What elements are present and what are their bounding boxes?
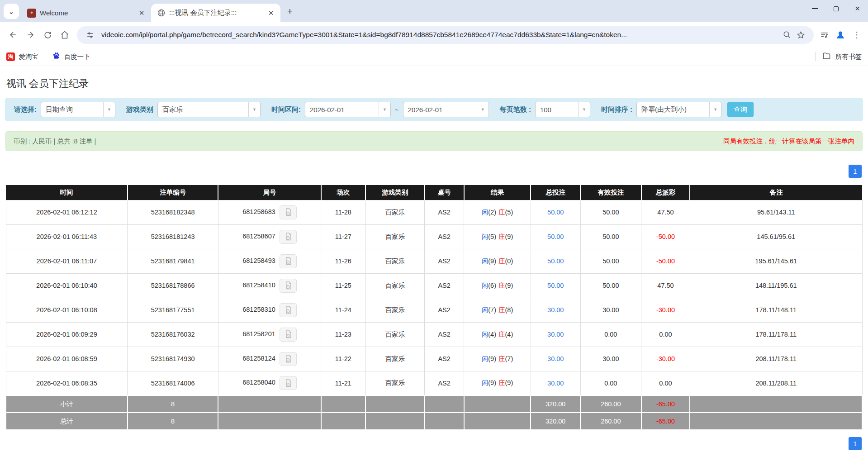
cell-result: 闲(2)庄(5): [464, 200, 531, 224]
cell-total-bet-link[interactable]: 30.00: [531, 322, 580, 347]
cell-total-bet-link[interactable]: 50.00: [531, 273, 580, 298]
home-button[interactable]: [56, 26, 73, 43]
cell-total-bet-link[interactable]: 50.00: [531, 224, 580, 249]
dropdown-arrow-icon: ▼: [477, 102, 489, 117]
banker-score: (0): [505, 257, 513, 265]
video-replay-button[interactable]: [280, 303, 297, 317]
cell-payout: 47.50: [641, 273, 690, 298]
banker-score: (9): [505, 379, 513, 386]
sort-select[interactable]: 降幂(由大到小) ▼: [636, 102, 721, 117]
baidu-paw-icon: [52, 52, 61, 62]
url-text[interactable]: videoie.com/ipl/portal.php/game/betrecor…: [101, 31, 776, 39]
zoom-icon[interactable]: [780, 28, 794, 42]
date-to-picker[interactable]: 2026-02-01 ▼: [403, 102, 489, 117]
new-tab-button[interactable]: +: [283, 5, 297, 18]
table-row: 2026-02-01 06:09:29 523168176032 6812582…: [6, 322, 862, 347]
casino-favicon-icon: ✦: [27, 9, 36, 18]
video-replay-button[interactable]: [280, 254, 297, 268]
cell-remark: 178.11/148.11: [690, 298, 862, 322]
bookmark-taobao[interactable]: 淘 爱淘宝: [6, 52, 38, 61]
cell-game-type: 百家乐: [365, 371, 425, 395]
cell-time: 2026-02-01 06:08:35: [6, 371, 128, 395]
menu-kebab-icon[interactable]: ⋮: [850, 30, 863, 40]
site-info-icon[interactable]: [83, 28, 97, 42]
reload-button[interactable]: [39, 26, 56, 43]
address-bar[interactable]: videoie.com/ipl/portal.php/game/betrecor…: [77, 26, 814, 44]
banker-result: 庄: [498, 209, 505, 216]
game-type-select[interactable]: 百家乐 ▼: [157, 102, 261, 117]
subtotal-label: 小计: [6, 395, 128, 413]
page-1-button[interactable]: 1: [849, 165, 862, 178]
banker-result: 庄: [498, 282, 505, 289]
date-from-value: 2026-02-01: [305, 106, 379, 114]
cell-total-bet-link[interactable]: 30.00: [531, 347, 580, 371]
toolbar-right: ⋮: [817, 28, 863, 42]
table-row: 2026-02-01 06:08:59 523168174930 6812581…: [6, 347, 862, 371]
video-replay-button[interactable]: [280, 205, 297, 219]
maximize-button[interactable]: [825, 0, 847, 17]
round-id-text: 681258410: [242, 281, 275, 289]
tab-betrecord[interactable]: :::视讯 会员下注纪录::: ✕: [151, 4, 280, 22]
video-replay-button[interactable]: [280, 376, 297, 390]
tab-search-button[interactable]: ⌄: [4, 4, 19, 19]
cell-game-type: 百家乐: [365, 273, 425, 298]
player-result: 闲: [482, 306, 489, 314]
player-result: 闲: [482, 379, 489, 386]
cell-payout: 0.00: [641, 371, 690, 395]
profile-avatar[interactable]: [834, 28, 847, 42]
cell-round-id: 681258124: [218, 347, 321, 371]
player-score: (9): [488, 355, 496, 362]
video-replay-button[interactable]: [280, 230, 297, 244]
cell-total-bet-link[interactable]: 50.00: [531, 249, 580, 273]
total-total-bet: 320.00: [531, 413, 580, 430]
tab-welcome[interactable]: ✦ Welcome ✕: [22, 4, 151, 22]
video-replay-button[interactable]: [280, 352, 297, 366]
cell-table-no: AS2: [425, 200, 464, 224]
round-id-text: 681258124: [242, 355, 275, 362]
cell-total-bet-link[interactable]: 50.00: [531, 200, 580, 224]
cell-bet-id: 523168176032: [128, 322, 218, 347]
all-bookmarks[interactable]: 所有书签: [816, 52, 862, 62]
page-1-button[interactable]: 1: [849, 437, 862, 450]
cell-remark: 208.11/208.11: [690, 371, 862, 395]
cell-game-type: 百家乐: [365, 224, 425, 249]
subtotal-total-bet: 320.00: [531, 395, 580, 413]
browser-toolbar: videoie.com/ipl/portal.php/game/betrecor…: [0, 22, 868, 48]
page-size-select[interactable]: 100 ▼: [535, 102, 590, 117]
cell-total-bet-link[interactable]: 30.00: [531, 298, 580, 322]
player-result: 闲: [482, 233, 489, 240]
dropdown-arrow-icon: ▼: [103, 102, 115, 117]
banker-score: (4): [505, 331, 513, 338]
media-controls-icon[interactable]: [817, 28, 831, 42]
close-tab-icon[interactable]: ✕: [266, 8, 276, 18]
back-button[interactable]: [5, 26, 22, 43]
page-title: 视讯 会员下注纪录: [5, 66, 863, 98]
banker-result: 庄: [498, 331, 505, 338]
total-count: 8: [128, 413, 218, 430]
video-replay-button[interactable]: [280, 328, 297, 342]
close-window-button[interactable]: ✕: [847, 0, 868, 17]
forward-button[interactable]: [22, 26, 39, 43]
table-row: 2026-02-01 06:11:07 523168179841 6812584…: [6, 249, 862, 273]
query-type-select[interactable]: 日期查询 ▼: [41, 102, 115, 117]
cell-bet-id: 523168174006: [128, 371, 218, 395]
player-score: (7): [488, 306, 496, 314]
cell-session: 11-26: [321, 249, 365, 273]
cell-game-type: 百家乐: [365, 322, 425, 347]
search-button[interactable]: 查询: [727, 102, 754, 117]
round-id-text: 681258040: [242, 379, 275, 386]
date-from-picker[interactable]: 2026-02-01 ▼: [305, 102, 391, 117]
cell-total-bet-link[interactable]: 30.00: [531, 371, 580, 395]
minimize-button[interactable]: [804, 0, 825, 17]
tilde-separator: ~: [395, 106, 399, 114]
video-replay-button[interactable]: [280, 279, 297, 293]
bookmark-baidu[interactable]: 百度一下: [52, 52, 90, 62]
banker-result: 庄: [498, 257, 505, 265]
dropdown-arrow-icon: ▼: [379, 102, 390, 117]
bookmark-star-icon[interactable]: [794, 28, 807, 42]
date-to-value: 2026-02-01: [403, 106, 477, 114]
dropdown-arrow-icon: ▼: [578, 102, 590, 117]
close-tab-icon[interactable]: ✕: [137, 8, 147, 18]
player-score: (9): [488, 257, 496, 265]
cell-remark: 178.11/178.11: [690, 322, 862, 347]
